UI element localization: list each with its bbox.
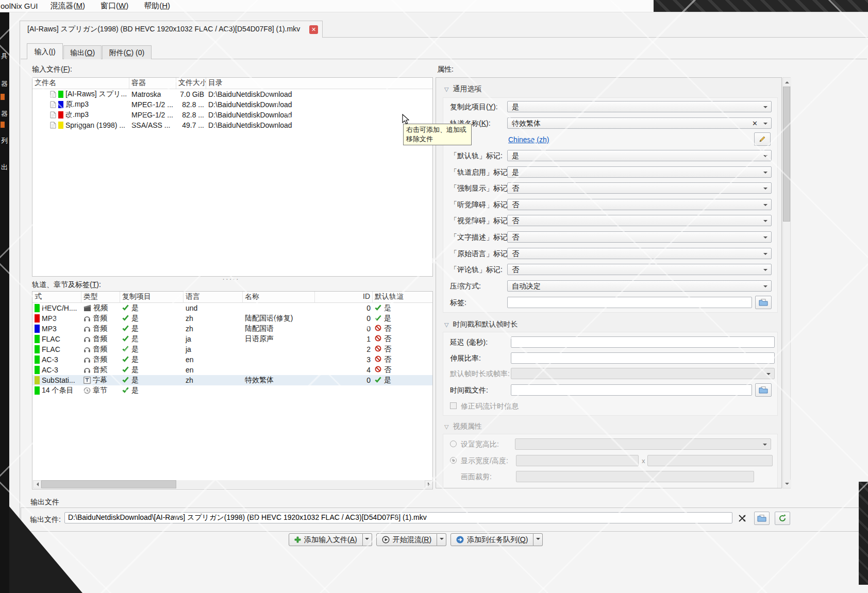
track-name-cell: 陆配国语(修复): [243, 314, 315, 323]
menu-window[interactable]: 窗口(W): [101, 1, 128, 11]
track-name-cell: 陆配国语: [243, 324, 315, 333]
file-tab-title: [AI-Raws] スプリガン(1998) (BD HEVC 1920x1032…: [20, 25, 300, 34]
start-muxing-menu-button[interactable]: [437, 533, 446, 546]
column-header[interactable]: 容器: [129, 78, 176, 89]
expand-filename-button[interactable]: [736, 512, 749, 524]
file-row[interactable]: 改.mp3MPEG-1/2 ...82.8 ...D:\BaiduNetdisk…: [32, 110, 432, 120]
sidebar-glyph[interactable]: 列: [1, 136, 8, 145]
file-size-cell: 49.7 ...: [176, 121, 206, 129]
check-icon: [122, 314, 129, 323]
browse-output-button[interactable]: [754, 512, 770, 525]
stretch-input[interactable]: [511, 352, 775, 364]
track-row[interactable]: FLAC音频是ja2否: [32, 344, 432, 354]
section-general[interactable]: ▽通用选项: [444, 84, 481, 94]
properties-panel: ▽通用选项 复制此项目(Y): 是 轨道名称(K): 特效繁体✕ Chinese…: [436, 77, 782, 488]
input-files-table: 文件名容器文件大小目录 [AI-Raws] スプリ...Matroska7.0 …: [32, 77, 433, 277]
scroll-down-icon[interactable]: [783, 480, 791, 488]
scrollbar-thumb[interactable]: [783, 87, 790, 222]
scroll-left-icon[interactable]: [33, 480, 41, 488]
track-default-cell: 是: [373, 314, 432, 323]
track-row[interactable]: HEVC/H....视频是und0是: [32, 303, 432, 313]
file-size-cell: 82.8 ...: [176, 100, 206, 109]
add-to-job-queue-menu-button[interactable]: [533, 533, 543, 546]
language-link[interactable]: Chinese (zh): [508, 135, 549, 144]
start-muxing-button[interactable]: 开始混流(R): [376, 533, 437, 546]
container-cell: SSA/ASS ...: [129, 121, 176, 129]
scrollbar-thumb[interactable]: [41, 480, 176, 488]
section-timestamps[interactable]: ▽时间戳和默认帧时长: [444, 320, 518, 329]
add-source-files-menu-button[interactable]: [363, 533, 372, 546]
play-icon: [382, 536, 390, 544]
scroll-up-icon[interactable]: [783, 78, 791, 86]
file-row[interactable]: 原.mp3MPEG-1/2 ...82.8 ...D:\BaiduNetdisk…: [32, 99, 432, 110]
file-color-chip: [58, 122, 63, 129]
tags-label: 标签:: [450, 298, 466, 308]
refresh-output-button[interactable]: [775, 512, 790, 525]
track-row[interactable]: MP3音频是zh陆配国语0否: [32, 324, 432, 334]
track-row[interactable]: SubStati...字幕是zh特效繁体0是: [32, 375, 432, 385]
column-header[interactable]: 默认轨道: [373, 292, 432, 302]
sidebar-glyph[interactable]: 器: [1, 109, 8, 118]
flag-select[interactable]: 否: [507, 215, 772, 226]
flag-select[interactable]: 否: [507, 231, 772, 243]
compression-select[interactable]: 自动决定: [507, 280, 772, 292]
tab-output[interactable]: 输出(O): [63, 45, 102, 59]
audio-icon: [84, 335, 91, 343]
column-header[interactable]: ID: [315, 292, 373, 302]
browse-tags-button[interactable]: [755, 296, 772, 309]
splitter-handle[interactable]: ·····: [215, 275, 246, 283]
chevron-down-icon: [763, 204, 767, 208]
column-header[interactable]: 类型: [81, 292, 120, 302]
folder-icon: [759, 386, 768, 394]
sidebar-glyph[interactable]: 器: [1, 79, 8, 89]
flag-select[interactable]: 否: [507, 264, 772, 275]
add-source-files-button[interactable]: 添加输入文件(A): [289, 533, 363, 546]
track-row[interactable]: 14 个条目章节是: [32, 385, 432, 396]
column-header[interactable]: 语言: [183, 292, 243, 302]
file-row[interactable]: Spriggan (1998) ...SSA/ASS ...49.7 ...D:…: [32, 120, 432, 130]
sidebar-glyph[interactable]: 出: [1, 163, 8, 172]
column-header[interactable]: 式: [32, 292, 81, 302]
close-tab-icon[interactable]: ✕: [309, 25, 318, 34]
column-header[interactable]: 文件大小: [176, 78, 206, 89]
track-row[interactable]: AC-3音频是en4否: [32, 365, 432, 375]
aspect-ratio-radio: [450, 440, 457, 447]
track-row[interactable]: MP3音频是zh陆配国语(修复)0是: [32, 313, 432, 324]
file-tab[interactable]: [AI-Raws] スプリガン(1998) (BD HEVC 1920x1032…: [20, 21, 323, 38]
output-file-input[interactable]: [64, 512, 732, 523]
flag-select[interactable]: 是: [507, 150, 772, 161]
flag-select[interactable]: 是: [507, 166, 772, 178]
column-header[interactable]: 名称: [243, 292, 315, 302]
edit-language-button[interactable]: [754, 132, 771, 146]
menu-merge[interactable]: 混流器(M): [51, 1, 86, 11]
flag-select[interactable]: 否: [507, 182, 772, 194]
copy-item-select[interactable]: 是: [507, 101, 772, 112]
timestamp-file-input[interactable]: [511, 384, 752, 396]
column-header[interactable]: 文件名: [32, 78, 129, 89]
delay-input[interactable]: [511, 336, 775, 348]
clear-icon[interactable]: ✕: [752, 118, 758, 129]
tab-input[interactable]: 输入(I): [27, 43, 63, 59]
horizontal-scrollbar[interactable]: [33, 480, 433, 488]
input-files-header: 文件名容器文件大小目录: [32, 78, 432, 89]
flag-select[interactable]: 否: [507, 199, 772, 210]
scroll-right-icon[interactable]: [425, 480, 433, 488]
column-header[interactable]: 目录: [206, 78, 432, 89]
track-row[interactable]: AC-3音频是en3否: [32, 354, 432, 365]
chevron-down-icon: [763, 236, 767, 241]
browse-timestamp-button[interactable]: [755, 383, 772, 397]
vertical-scrollbar[interactable]: [782, 77, 791, 488]
track-row[interactable]: FLAC音频是ja日语原声1否: [32, 334, 432, 344]
tags-input[interactable]: [507, 297, 752, 308]
tab-attachments[interactable]: 附件(C) (0): [102, 45, 152, 59]
file-row[interactable]: [AI-Raws] スプリ...Matroska7.0 GiBD:\BaiduN…: [32, 89, 432, 99]
column-header[interactable]: 复制项目: [120, 292, 183, 302]
menu-help[interactable]: 帮助(H): [144, 1, 170, 11]
add-to-job-queue-button[interactable]: 添加到任务队列(Q): [450, 533, 533, 546]
sidebar-glyph[interactable]: 具: [1, 52, 8, 61]
flag-select[interactable]: 否: [507, 248, 772, 259]
track-color-chip: [35, 366, 40, 374]
track-default-cell: 否: [373, 345, 432, 354]
section-video[interactable]: ▽视频属性: [444, 422, 481, 431]
track-name-input[interactable]: 特效繁体✕: [507, 117, 772, 129]
